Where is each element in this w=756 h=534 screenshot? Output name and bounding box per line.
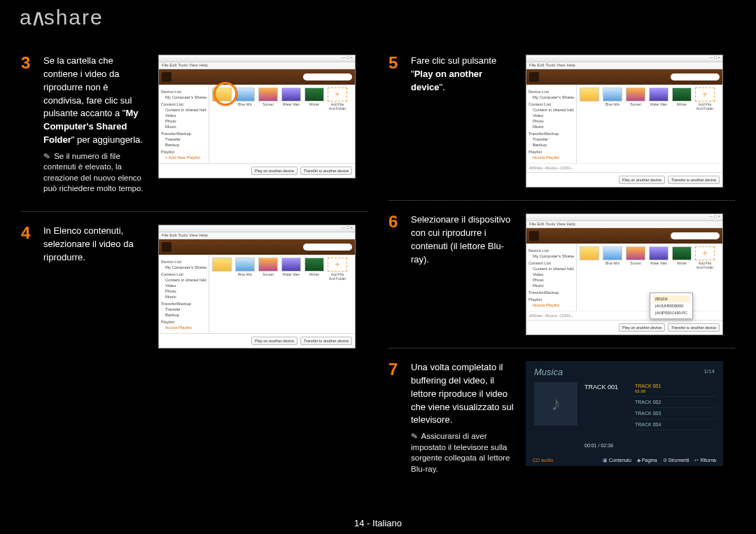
- now-playing: TRACK 001: [584, 384, 618, 391]
- app-window: File Edit Tools View Help Device List My…: [526, 213, 723, 335]
- menubar: File Edit Tools View Help: [159, 232, 355, 239]
- thumb-bluehills[interactable]: Blue hills: [235, 87, 255, 111]
- screenshot-6: File Edit Tools View Help Device List My…: [526, 213, 735, 335]
- play-another-button[interactable]: Play on another device: [251, 337, 298, 345]
- tv-title: Musica: [534, 367, 563, 377]
- step7-note: ✎ Assicurarsi di aver impostato il telev…: [411, 431, 517, 475]
- device-option[interactable]: [AV]PS50C490-PC: [653, 309, 690, 316]
- track-item[interactable]: TRACK 003: [631, 408, 716, 419]
- step3-text-c: " per aggiungerla.: [71, 134, 143, 145]
- music-icon: ♪: [534, 382, 578, 426]
- thumb-winter[interactable]: Winter: [304, 87, 324, 111]
- device-option[interactable]: [BD]D6: [653, 295, 690, 302]
- track-item-selected[interactable]: TRACK 00102:38: [631, 381, 716, 397]
- search-input[interactable]: [303, 73, 352, 80]
- step-7: 7 Una volta completato il buffering del …: [388, 361, 735, 491]
- logo-right: share: [44, 6, 104, 29]
- step-text: In Elenco contenuti, selezionare il vide…: [43, 225, 150, 349]
- step5-text-c: ".: [439, 82, 444, 92]
- toolbar: [159, 239, 355, 255]
- track-list: TRACK 00102:38 TRACK 002 TRACK 003 TRACK…: [631, 381, 716, 430]
- sidebar-item-transfer[interactable]: Transfer: [161, 137, 206, 141]
- track-item[interactable]: TRACK 004: [631, 419, 716, 430]
- sidebar-item-newplaylist[interactable]: + Add New Playlist: [161, 155, 206, 160]
- app-window: File Edit Tools View Help Device List My…: [526, 55, 723, 188]
- step6-text: Selezionare il dispositivo con cui ripro…: [411, 213, 517, 266]
- step-text: Una volta completato il buffering del vi…: [411, 361, 517, 479]
- step3-note: ✎ Se il numero di file contenuti è eleva…: [43, 151, 150, 195]
- screenshot-4: File Edit Tools View Help Device List My…: [158, 225, 368, 349]
- app-window: File Edit Tools View Help Device List My…: [158, 225, 356, 349]
- play-another-button[interactable]: Play on another device: [619, 176, 665, 184]
- thumb-waterlilies[interactable]: Water lilies: [281, 87, 301, 111]
- playback-time: 00:01 / 02:38: [584, 443, 613, 448]
- tv-footer-right: ▣ Contenuto ◆ Pagina ⚙ Strumenti ↩ Ritor…: [598, 458, 716, 463]
- page-footer: 14 - Italiano: [0, 518, 756, 528]
- step7-text: Una volta completato il buffering del vi…: [411, 361, 517, 427]
- step-3: 3 Se la cartella che contiene i video da…: [21, 55, 368, 212]
- transfer-another-button[interactable]: Transfer to another device: [668, 323, 720, 332]
- step7-note-text: Assicurarsi di aver impostato il televis…: [411, 432, 510, 473]
- play-another-button[interactable]: Play on another device: [619, 323, 665, 332]
- logo-left: a: [20, 6, 33, 29]
- tv-footer-left: CD audio: [533, 458, 553, 463]
- step4-text: In Elenco contenuti, selezionare il vide…: [43, 225, 150, 265]
- transfer-another-button[interactable]: Transfer to another device: [668, 176, 720, 184]
- step3-note-text: Se il numero di file contenuti è elevato…: [43, 152, 144, 193]
- screenshot-3: File Edit Tools View Help Device List My…: [158, 55, 368, 199]
- sidebar-item-mycomp[interactable]: My Computer's Shared folder: [161, 95, 206, 99]
- sidebar-item-video[interactable]: Video: [161, 113, 206, 118]
- titlebar: [159, 55, 355, 62]
- right-column: 5 Fare clic sul pulsante "Play on anothe…: [388, 55, 735, 504]
- step5-text-bold: Play on another device: [411, 69, 482, 92]
- sidebar: Device List My Computer's Shared folder …: [159, 85, 209, 163]
- sidebar-header: Content List: [161, 102, 206, 106]
- device-option[interactable]: [AV]UN55D8000: [653, 302, 690, 309]
- sidebar-header: Playlist: [161, 150, 206, 154]
- screenshot-7: Musica 1/14 ♪ TRACK 001 TRACK 00102:38 T…: [526, 361, 735, 479]
- device-popup: [BD]D6 [AV]UN55D8000 [AV]PS50C490-PC: [650, 293, 693, 319]
- left-column: 3 Se la cartella che contiene i video da…: [21, 55, 368, 504]
- transfer-another-button[interactable]: Transfer to another device: [300, 167, 352, 175]
- sidebar-header: Device List: [161, 90, 206, 94]
- app-footer: Play on another device Transfer to anoth…: [159, 163, 355, 178]
- toolbar: [159, 69, 355, 85]
- sidebar-item-backup[interactable]: Backup: [161, 143, 206, 147]
- transfer-another-button[interactable]: Transfer to another device: [300, 337, 352, 345]
- thumb-sunset[interactable]: Sunset: [258, 87, 278, 111]
- note-icon: ✎: [43, 150, 52, 162]
- brand-logo: ashare: [20, 6, 104, 29]
- screenshot-5: File Edit Tools View Help Device List My…: [526, 55, 735, 188]
- search-input[interactable]: [303, 244, 352, 251]
- step3-text-a: Se la cartella che contiene i video da r…: [43, 55, 132, 118]
- tv-footer: CD audio ▣ Contenuto ◆ Pagina ⚙ Strument…: [526, 458, 723, 463]
- tv-player: Musica 1/14 ♪ TRACK 001 TRACK 00102:38 T…: [526, 361, 723, 466]
- sidebar-header: Transfer/Backup: [161, 132, 206, 136]
- play-another-button[interactable]: Play on another device: [251, 167, 298, 175]
- content-panel: Blue hills Sunset Water lilies Winter +A…: [209, 85, 355, 163]
- step-number: 7: [388, 361, 402, 479]
- step-text: Selezionare il dispositivo con cui ripro…: [411, 213, 517, 335]
- step-number: 5: [388, 55, 402, 188]
- sidebar-item-photo[interactable]: Photo: [161, 119, 206, 123]
- thumb-folder[interactable]: [212, 87, 232, 111]
- sidebar-item-content[interactable]: Content in shared folders: [161, 108, 206, 112]
- sidebar: Device List My Computer's Shared folder …: [159, 255, 209, 333]
- status-line: AllShare › Musica › CD001 ›: [526, 163, 722, 172]
- menubar: File Edit Tools View Help: [159, 62, 355, 69]
- step-4: 4 In Elenco contenuti, selezionare il vi…: [21, 225, 368, 361]
- step-text: Fare clic sul pulsante "Play on another …: [411, 55, 517, 188]
- tv-count: 1/14: [704, 368, 715, 374]
- sidebar-item-music[interactable]: Music: [161, 125, 206, 129]
- step-text: Se la cartella che contiene i video da r…: [43, 55, 150, 199]
- step-number: 3: [21, 55, 35, 199]
- thumb-addfile[interactable]: +Add File And Folder: [328, 87, 347, 111]
- track-item[interactable]: TRACK 002: [631, 397, 716, 408]
- step-number: 4: [21, 225, 35, 349]
- note-icon: ✎: [410, 430, 419, 442]
- step-6: 6 Selezionare il dispositivo con cui rip…: [388, 213, 735, 349]
- thumbnail-grid: Blue hills Sunset Water lilies Winter +A…: [212, 87, 352, 111]
- step-5: 5 Fare clic sul pulsante "Play on anothe…: [388, 55, 735, 201]
- app-window: File Edit Tools View Help Device List My…: [158, 55, 356, 178]
- step-number: 6: [388, 213, 402, 335]
